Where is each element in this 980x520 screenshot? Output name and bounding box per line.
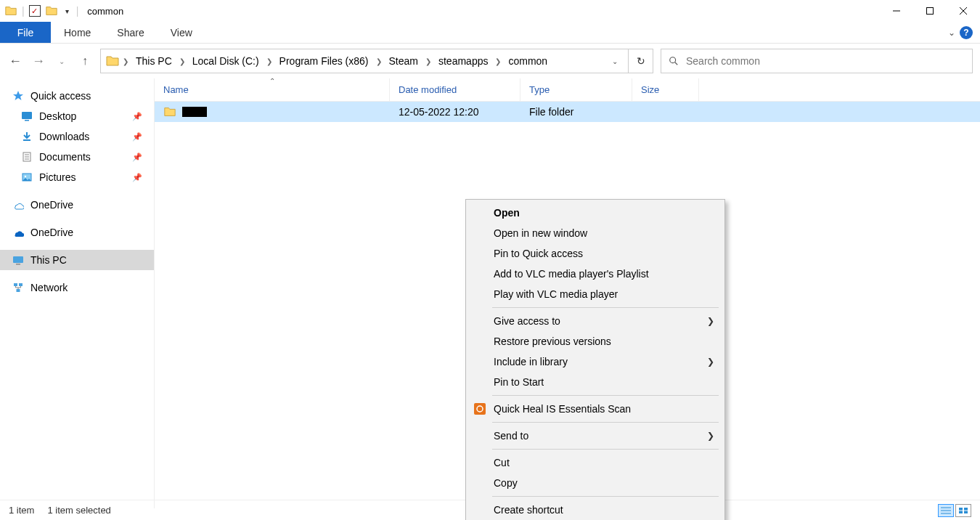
column-header-name[interactable]: ⌃ Name xyxy=(155,78,390,101)
ctx-vlc-add[interactable]: Add to VLC media player's Playlist xyxy=(466,264,724,284)
file-name-redacted xyxy=(182,107,207,117)
ctx-restore-versions[interactable]: Restore previous versions xyxy=(466,331,724,352)
breadcrumb-segment[interactable]: common xyxy=(504,54,552,68)
breadcrumb-segment[interactable]: Steam xyxy=(385,54,422,68)
column-label: Size xyxy=(641,84,659,95)
ctx-label: Include in library xyxy=(494,356,568,367)
view-large-icons-button[interactable] xyxy=(955,504,971,517)
sidebar-item-desktop[interactable]: Desktop 📌 xyxy=(0,106,154,126)
ctx-open-new-window[interactable]: Open in new window xyxy=(466,223,724,243)
breadcrumb[interactable]: ❯ This PC ❯ Local Disk (C:) ❯ Program Fi… xyxy=(100,49,629,73)
sidebar-network[interactable]: Network xyxy=(0,277,154,298)
sidebar-item-label: Pictures xyxy=(39,171,76,183)
onedrive-icon xyxy=(12,198,25,211)
recent-dropdown-icon[interactable]: ⌄ xyxy=(54,53,70,69)
view-details-button[interactable] xyxy=(938,504,954,517)
ctx-label: Create shortcut xyxy=(494,504,563,516)
ctx-send-to[interactable]: Send to❯ xyxy=(466,426,724,446)
help-icon[interactable]: ? xyxy=(960,26,973,39)
svg-rect-19 xyxy=(17,289,20,292)
sidebar-this-pc[interactable]: This PC xyxy=(0,250,154,270)
ctx-separator xyxy=(492,307,719,308)
sidebar-onedrive[interactable]: OneDrive xyxy=(0,195,154,215)
sidebar-item-label: Downloads xyxy=(39,131,89,142)
chevron-right-icon[interactable]: ❯ xyxy=(424,57,433,65)
forward-button[interactable]: → xyxy=(30,53,46,69)
ctx-cut[interactable]: Cut xyxy=(466,452,724,473)
breadcrumb-segment[interactable]: Local Disk (C:) xyxy=(188,54,264,68)
svg-point-4 xyxy=(670,57,676,63)
sidebar-onedrive[interactable]: OneDrive xyxy=(0,222,154,243)
tab-view[interactable]: View xyxy=(158,22,205,43)
breadcrumb-segment[interactable]: Program Files (x86) xyxy=(275,54,373,68)
ctx-give-access[interactable]: Give access to❯ xyxy=(466,311,724,331)
minimize-button[interactable] xyxy=(880,0,913,22)
navigation-bar: ← → ⌄ ↑ ❯ This PC ❯ Local Disk (C:) ❯ Pr… xyxy=(0,44,980,78)
breadcrumb-segment[interactable]: This PC xyxy=(131,54,176,68)
sort-indicator-icon: ⌃ xyxy=(269,77,275,85)
sidebar-quick-access[interactable]: Quick access xyxy=(0,86,154,106)
chevron-right-icon[interactable]: ❯ xyxy=(494,57,502,65)
column-header-size[interactable]: Size xyxy=(632,78,699,101)
ctx-open[interactable]: Open xyxy=(466,203,724,223)
ctx-pin-quick-access[interactable]: Pin to Quick access xyxy=(466,243,724,264)
chevron-right-icon[interactable]: ❯ xyxy=(178,57,187,65)
sidebar-item-downloads[interactable]: Downloads 📌 xyxy=(0,126,154,147)
ctx-include-library[interactable]: Include in library❯ xyxy=(466,352,724,372)
status-item-count: 1 item xyxy=(9,505,34,516)
tab-home[interactable]: Home xyxy=(51,22,104,43)
pin-icon: 📌 xyxy=(132,153,148,162)
ctx-vlc-play[interactable]: Play with VLC media player xyxy=(466,284,724,304)
file-tab[interactable]: File xyxy=(0,22,51,43)
svg-rect-28 xyxy=(964,511,968,513)
status-selection: 1 item selected xyxy=(47,505,110,516)
svg-marker-6 xyxy=(13,91,23,100)
sidebar-item-label: OneDrive xyxy=(30,199,73,211)
ctx-copy[interactable]: Copy xyxy=(466,473,724,493)
up-button[interactable]: ↑ xyxy=(77,53,93,69)
qat-separator: | xyxy=(76,5,79,17)
qat-dropdown-icon[interactable]: ▾ xyxy=(62,7,72,15)
column-header-type[interactable]: Type xyxy=(520,78,632,101)
ctx-label: Pin to Start xyxy=(494,376,544,388)
ctx-label: Restore previous versions xyxy=(494,336,611,347)
search-icon xyxy=(669,56,679,66)
breadcrumb-dropdown-icon[interactable]: ⌄ xyxy=(606,57,624,65)
back-button[interactable]: ← xyxy=(7,53,23,69)
sidebar-item-label: This PC xyxy=(30,254,67,266)
search-input[interactable] xyxy=(686,55,965,67)
ctx-separator xyxy=(492,422,719,423)
chevron-right-icon[interactable]: ❯ xyxy=(375,57,383,65)
ribbon-expand-icon[interactable]: ⌄ xyxy=(948,28,955,38)
svg-rect-1 xyxy=(927,8,934,15)
column-label: Name xyxy=(163,84,189,95)
ctx-quickheal-scan[interactable]: Quick Heal IS Essentials Scan xyxy=(466,399,724,419)
sidebar-item-documents[interactable]: Documents 📌 xyxy=(0,147,154,167)
ctx-label: Open in new window xyxy=(494,227,587,239)
ctx-pin-start[interactable]: Pin to Start xyxy=(466,372,724,392)
ctx-create-shortcut[interactable]: Create shortcut xyxy=(466,500,724,520)
close-button[interactable] xyxy=(947,0,980,22)
column-header-date[interactable]: Date modified xyxy=(390,78,520,101)
svg-rect-18 xyxy=(19,283,23,286)
properties-qat-icon[interactable]: ✓ xyxy=(29,5,41,17)
pin-icon: 📌 xyxy=(132,112,148,121)
svg-rect-7 xyxy=(22,112,32,119)
maximize-button[interactable] xyxy=(913,0,947,22)
chevron-right-icon[interactable]: ❯ xyxy=(265,57,274,65)
svg-rect-8 xyxy=(25,120,29,121)
refresh-button[interactable]: ↻ xyxy=(629,49,653,73)
chevron-right-icon: ❯ xyxy=(707,431,714,441)
breadcrumb-segment[interactable]: steamapps xyxy=(434,54,492,68)
file-date: 12-05-2022 12:20 xyxy=(390,106,520,118)
tab-share[interactable]: Share xyxy=(104,22,157,43)
file-row[interactable]: 12-05-2022 12:20 File folder xyxy=(155,102,980,122)
search-box[interactable] xyxy=(661,49,973,73)
desktop-icon xyxy=(20,110,33,123)
quick-access-icon xyxy=(12,89,25,102)
folder-icon xyxy=(105,54,120,68)
onedrive-icon xyxy=(12,226,25,239)
chevron-right-icon[interactable]: ❯ xyxy=(121,57,130,65)
folder-icon xyxy=(163,105,176,118)
sidebar-item-pictures[interactable]: Pictures 📌 xyxy=(0,167,154,187)
